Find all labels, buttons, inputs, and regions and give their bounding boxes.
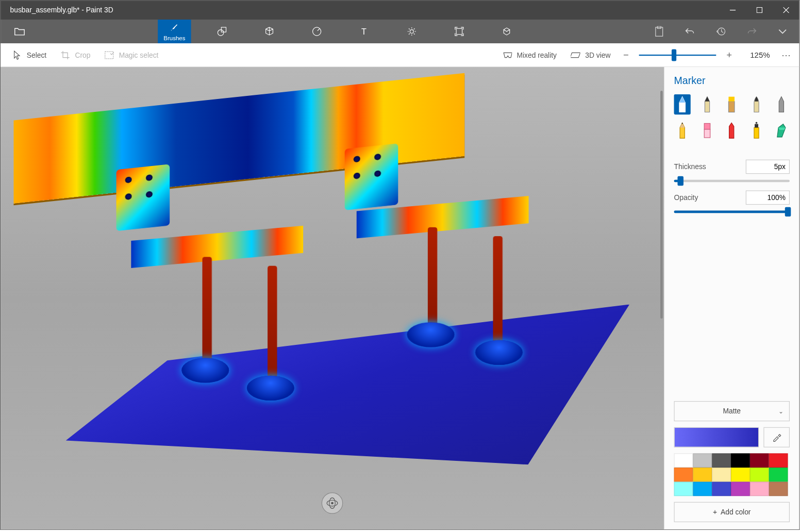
- brush-picker: [674, 94, 790, 141]
- color-swatch[interactable]: [674, 453, 693, 468]
- brush-crayon[interactable]: [724, 121, 740, 141]
- opacity-slider[interactable]: [674, 211, 790, 213]
- crop-icon: [61, 50, 70, 59]
- mixed-reality-button[interactable]: Mixed reality: [495, 43, 564, 66]
- orbit-control-icon[interactable]: [322, 492, 343, 513]
- thickness-slider[interactable]: [674, 180, 790, 182]
- svg-point-21: [756, 122, 757, 124]
- color-swatch[interactable]: [674, 468, 693, 482]
- brush-pencil[interactable]: [674, 121, 691, 141]
- current-color[interactable]: [674, 427, 759, 447]
- svg-text:T: T: [361, 27, 366, 36]
- select-tool[interactable]: Select: [5, 43, 54, 66]
- brush-icon: [169, 22, 180, 34]
- canvas-3d-viewport[interactable]: [1, 67, 664, 529]
- color-swatch[interactable]: [693, 468, 712, 482]
- zoom-out-button[interactable]: −: [618, 46, 634, 63]
- svg-rect-15: [729, 97, 735, 102]
- chevron-down-icon: [778, 28, 787, 35]
- brush-fill[interactable]: [773, 121, 790, 141]
- close-button[interactable]: [773, 1, 799, 20]
- canvas-icon: [453, 25, 465, 37]
- 3d-view-icon: [571, 50, 580, 59]
- tab-text[interactable]: T: [347, 20, 380, 43]
- title-bar: busbar_assembly.glb* - Paint 3D: [1, 1, 799, 20]
- color-swatch[interactable]: [712, 482, 731, 496]
- tab-3d-shapes[interactable]: [253, 20, 286, 43]
- brush-pixel[interactable]: [773, 94, 790, 114]
- redo-icon: [746, 27, 757, 36]
- svg-point-16: [681, 123, 682, 124]
- window-title: busbar_assembly.glb* - Paint 3D: [1, 6, 719, 14]
- color-swatch[interactable]: [769, 468, 788, 482]
- zoom-in-button[interactable]: +: [721, 46, 737, 63]
- zoom-slider[interactable]: [639, 54, 716, 55]
- svg-rect-17: [704, 123, 710, 129]
- color-swatch[interactable]: [769, 453, 788, 468]
- svg-point-1: [218, 30, 224, 36]
- tab-brushes[interactable]: Brushes: [158, 20, 191, 43]
- eyedropper-icon: [772, 433, 781, 442]
- svg-rect-6: [456, 28, 462, 35]
- expand-panel-button[interactable]: [773, 22, 792, 41]
- thickness-label: Thickness: [674, 162, 706, 171]
- 2d-shapes-icon: [216, 25, 228, 37]
- tab-3d-library[interactable]: [490, 20, 523, 43]
- tab-effects[interactable]: [395, 20, 428, 43]
- undo-icon: [685, 27, 695, 36]
- canvas-scrollbar[interactable]: [659, 91, 663, 506]
- color-swatch[interactable]: [731, 482, 750, 496]
- 3d-view-button[interactable]: 3D view: [564, 43, 618, 66]
- brush-oil[interactable]: [724, 94, 740, 114]
- history-button[interactable]: [711, 22, 730, 41]
- 3d-library-icon: [501, 25, 512, 37]
- color-swatch[interactable]: [750, 468, 769, 482]
- brush-eraser[interactable]: [699, 121, 715, 141]
- svg-rect-10: [105, 52, 113, 59]
- ribbon-bar: Brushes T: [1, 20, 799, 43]
- tab-canvas[interactable]: [443, 20, 476, 43]
- eyedropper-button[interactable]: [763, 427, 790, 447]
- undo-button[interactable]: [680, 22, 699, 41]
- opacity-input[interactable]: [746, 190, 790, 205]
- effects-icon: [406, 25, 418, 37]
- 3d-model[interactable]: [1, 67, 664, 529]
- magic-select-tool[interactable]: Magic select: [97, 43, 165, 66]
- 3d-shapes-icon: [263, 25, 275, 37]
- maximize-button[interactable]: [746, 1, 773, 20]
- workspace: Marker Thickness Opacity: [1, 67, 799, 529]
- app-window: busbar_assembly.glb* - Paint 3D Brushes …: [0, 0, 800, 530]
- color-swatch[interactable]: [693, 482, 712, 496]
- tab-stickers[interactable]: [300, 20, 333, 43]
- paste-button[interactable]: [649, 22, 669, 41]
- color-swatch[interactable]: [769, 482, 788, 496]
- opacity-row: Opacity: [674, 190, 790, 205]
- thickness-input[interactable]: [746, 160, 790, 174]
- minimize-button[interactable]: [719, 1, 746, 20]
- brush-calligraphy[interactable]: [699, 94, 715, 114]
- more-options-button[interactable]: ⋯: [778, 49, 794, 61]
- color-swatch[interactable]: [750, 453, 769, 468]
- folder-icon: [14, 27, 25, 36]
- svg-rect-18: [704, 129, 710, 138]
- menu-button[interactable]: [1, 20, 39, 43]
- brush-marker[interactable]: [674, 94, 691, 114]
- color-swatch[interactable]: [712, 453, 731, 468]
- color-swatch[interactable]: [674, 482, 693, 496]
- color-swatch[interactable]: [731, 468, 750, 482]
- color-swatch[interactable]: [693, 453, 712, 468]
- color-swatch[interactable]: [731, 453, 750, 468]
- zoom-value[interactable]: 125%: [742, 51, 778, 59]
- text-icon: T: [358, 25, 370, 37]
- brush-watercolor[interactable]: [748, 94, 765, 114]
- tab-2d-shapes[interactable]: [205, 20, 238, 43]
- material-select[interactable]: Matte ⌄: [674, 401, 790, 421]
- magic-select-icon: [105, 50, 114, 59]
- color-palette: [674, 453, 790, 496]
- color-swatch[interactable]: [712, 468, 731, 482]
- brush-spray[interactable]: [748, 121, 765, 141]
- add-color-button[interactable]: + Add color: [674, 502, 790, 522]
- redo-button[interactable]: [742, 22, 761, 41]
- color-swatch[interactable]: [750, 482, 769, 496]
- crop-tool[interactable]: Crop: [54, 43, 97, 66]
